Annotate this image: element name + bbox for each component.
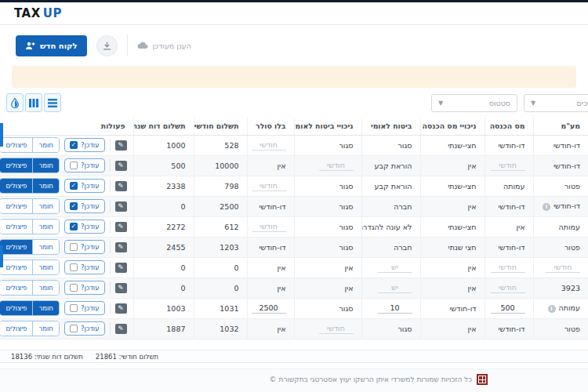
table-cell: פטור (533, 237, 588, 257)
cell-value: דו-חודשי (498, 141, 524, 150)
edit-pencil-button[interactable]: ✎ (115, 242, 127, 252)
updated-checkbox[interactable] (70, 243, 78, 251)
download-button[interactable] (96, 35, 118, 56)
app-header: TAXUP (0, 2, 588, 25)
splits-button[interactable]: פיצולים (0, 199, 33, 213)
splits-button[interactable]: פיצולים (0, 138, 33, 152)
material-button[interactable]: חומר (33, 220, 58, 234)
updated-checkbox-pill[interactable]: עודכן?✓ (64, 138, 105, 152)
cell-inline-input[interactable]: חודשי (491, 161, 525, 171)
updated-label: עודכן? (81, 162, 100, 169)
updated-label: עודכן? (81, 182, 100, 190)
table-cell: חודשי (485, 155, 533, 176)
columns-view-toggle-button[interactable] (25, 93, 42, 112)
updated-checkbox[interactable] (70, 263, 78, 271)
updated-checkbox-pill[interactable]: עודכן? (64, 260, 105, 274)
assigned-filter-select[interactable]: משוייכים ▼ (524, 94, 588, 112)
updated-checkbox[interactable]: ✓ (70, 223, 78, 230)
list-view-toggle-button[interactable] (44, 93, 61, 112)
edit-pencil-button[interactable]: ✎ (115, 283, 127, 293)
cell-value: עמותה (503, 182, 524, 191)
updated-checkbox-pill[interactable]: עודכן? (64, 301, 105, 315)
splits-button[interactable]: פיצולים (0, 321, 33, 336)
splits-button[interactable]: פיצולים (0, 281, 33, 295)
table-cell: סגור (361, 135, 420, 155)
splits-button[interactable]: פיצולים (0, 179, 33, 193)
table-cell: 1000 (133, 135, 194, 155)
edit-pencil-button[interactable]: ✎ (115, 222, 127, 232)
updated-checkbox[interactable]: ✓ (70, 182, 78, 190)
splits-button[interactable]: פיצולים (0, 240, 33, 254)
table-cell: דו-חודשי (247, 237, 294, 257)
edit-pencil-button[interactable]: ✎ (115, 201, 127, 212)
contrast-droplet-toggle-button[interactable] (6, 93, 24, 112)
updated-checkbox-pill[interactable]: עודכן? (64, 158, 105, 172)
cell-inline-input[interactable]: 10 (378, 303, 412, 314)
cell-value: 1000 (166, 141, 185, 150)
cell-inline-input[interactable]: חודשי (491, 283, 525, 293)
material-button[interactable]: חומר (33, 240, 58, 254)
cell-inline-input[interactable]: חודשי (546, 263, 580, 273)
material-button[interactable]: חומר (33, 321, 58, 336)
scrollbar-thumb[interactable] (0, 123, 3, 147)
material-button[interactable]: חומר (33, 158, 58, 172)
updated-checkbox[interactable]: ✓ (70, 141, 78, 149)
updated-checkbox[interactable]: ✓ (70, 202, 78, 210)
edit-pencil-button[interactable]: ✎ (115, 263, 127, 273)
updated-checkbox[interactable] (70, 325, 78, 332)
material-button[interactable]: חומר (33, 179, 58, 193)
cell-inline-input[interactable]: יש (378, 283, 412, 293)
edit-pencil-button[interactable]: ✎ (115, 140, 127, 151)
updated-checkbox-pill[interactable]: עודכן? (64, 321, 105, 336)
edit-pencil-button[interactable]: ✎ (115, 324, 127, 334)
cell-inline-input[interactable]: 2500 (252, 303, 286, 314)
material-button[interactable]: חומר (33, 260, 58, 274)
updated-checkbox-pill[interactable]: עודכן? (64, 240, 105, 254)
splits-button[interactable]: פיצולים (0, 301, 33, 315)
cell-inline-input[interactable]: חודשי (319, 161, 354, 171)
cell-inline-input[interactable]: יש (378, 263, 412, 273)
material-button[interactable]: חומר (33, 281, 58, 295)
cell-inline-input[interactable]: חודשי (319, 324, 354, 334)
actions-divider (110, 200, 111, 212)
table-cell: חודשי (247, 176, 294, 196)
material-button[interactable]: חומר (33, 301, 58, 315)
edit-pencil-button[interactable]: ✎ (115, 161, 127, 171)
cell-inline-input[interactable]: חודשי (252, 181, 286, 191)
table-cell: אין (420, 278, 485, 298)
edit-pencil-button[interactable]: ✎ (115, 181, 127, 191)
cell-value: 0 (234, 263, 238, 272)
splits-button[interactable]: פיצולים (0, 220, 33, 234)
material-splits-button-group: חומרפיצולים (0, 198, 60, 214)
material-button[interactable]: חומר (33, 138, 58, 152)
material-splits-button-group: חומרפיצולים (0, 219, 60, 234)
splits-button[interactable]: פיצולים (0, 260, 33, 274)
updated-checkbox-pill[interactable]: עודכן?✓ (64, 199, 105, 213)
app-logo[interactable]: TAXUP (14, 6, 62, 20)
updated-checkbox-pill[interactable]: עודכן? (64, 281, 105, 295)
splits-button[interactable]: פיצולים (0, 158, 33, 172)
cell-value: דו-חודשי (554, 162, 580, 170)
edit-pencil-button[interactable]: ✎ (115, 303, 127, 314)
cell-inline-input[interactable]: חודשי (491, 263, 525, 273)
updated-checkbox-pill[interactable]: עודכן?✓ (64, 179, 105, 193)
info-icon[interactable]: i (548, 305, 556, 313)
cell-inline-input[interactable]: חודשי (252, 222, 286, 232)
material-button[interactable]: חומר (33, 199, 58, 213)
cell-value: אין (277, 263, 285, 272)
updated-checkbox[interactable] (70, 162, 78, 169)
cell-inline-input[interactable]: 500 (491, 303, 525, 314)
cell-value: אין (277, 325, 285, 333)
table-cell: סגור (294, 216, 361, 237)
updated-checkbox[interactable] (70, 284, 78, 292)
logo-up-text: UP (43, 6, 62, 20)
status-filter-select[interactable]: סטטוס ▼ (431, 94, 517, 112)
cell-inline-input[interactable]: חודשי (252, 140, 286, 151)
updated-checkbox[interactable] (70, 304, 78, 312)
actions-cell: ✎עודכן?חומרפיצולים (0, 298, 133, 318)
new-client-button[interactable]: לקוח חדש (16, 35, 87, 56)
updated-checkbox-pill[interactable]: עודכן?✓ (64, 220, 105, 234)
info-icon[interactable]: i (543, 203, 550, 211)
actions-divider (110, 241, 111, 253)
cell-value: חצי-שנתי (448, 223, 476, 231)
